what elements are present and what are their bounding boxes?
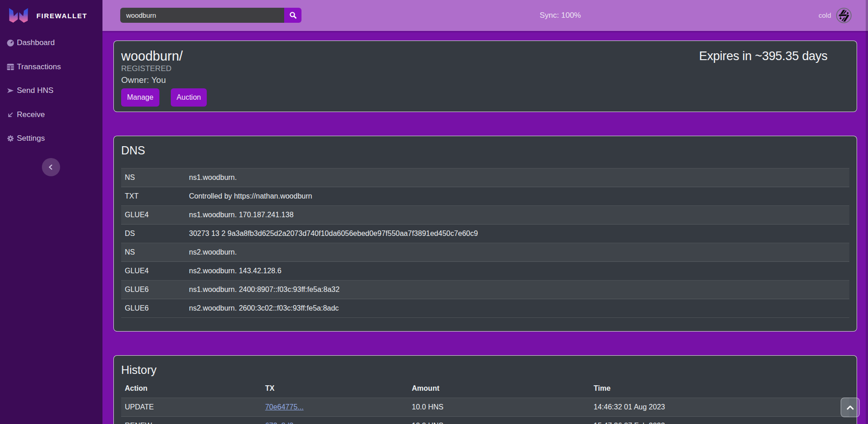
dns-card: DNS NS ns1.woodburn. TXT Controlled by h… bbox=[113, 136, 857, 332]
dns-record-type: GLUE4 bbox=[121, 262, 185, 281]
dns-card-title: DNS bbox=[121, 143, 849, 157]
history-amount: 10.0 HNS bbox=[408, 417, 590, 424]
dns-record-row: NS ns2.woodburn. bbox=[121, 243, 849, 262]
sidebar-nav: Dashboard Transactions Send HNS bbox=[0, 31, 102, 151]
dns-record-type: NS bbox=[121, 243, 185, 262]
history-action: RENEW bbox=[121, 417, 261, 424]
dns-record-value: Controlled by https://nathan.woodburn bbox=[185, 187, 849, 206]
sidebar-item-label: Receive bbox=[17, 110, 45, 119]
dns-record-value: ns2.woodburn. 2600:3c02::f03c:93ff:fe5a:… bbox=[185, 299, 849, 318]
search-group bbox=[120, 8, 301, 23]
dns-record-type: NS bbox=[121, 169, 185, 187]
history-col-action: Action bbox=[121, 379, 261, 398]
scroll-to-top-button[interactable] bbox=[841, 398, 860, 417]
firewallet-logo-icon bbox=[9, 7, 29, 24]
history-col-time: Time bbox=[590, 379, 849, 398]
dns-record-type: DS bbox=[121, 225, 185, 243]
history-card: History Action TX Amount Time UPDATE 70e… bbox=[113, 355, 857, 424]
topbar: Sync: 100% cold bbox=[102, 0, 868, 31]
history-time: 14:46:32 01 Aug 2023 bbox=[590, 398, 849, 417]
dns-record-type: GLUE4 bbox=[121, 206, 185, 225]
domain-expiry: Expires in ~395.35 days bbox=[699, 48, 827, 64]
settings-gear-icon bbox=[7, 135, 14, 143]
sidebar-collapse-button[interactable] bbox=[42, 158, 60, 176]
dns-record-value: ns2.woodburn. bbox=[185, 243, 849, 262]
sidebar-item-label: Send HNS bbox=[17, 86, 53, 95]
search-input[interactable] bbox=[120, 8, 284, 23]
history-header-row: Action TX Amount Time bbox=[121, 379, 849, 398]
dns-record-type: GLUE6 bbox=[121, 299, 185, 318]
history-amount: 10.0 HNS bbox=[408, 398, 590, 417]
search-button[interactable] bbox=[284, 8, 301, 23]
tx-link[interactable]: 672a8d3... bbox=[265, 422, 300, 424]
wallet-avatar[interactable] bbox=[836, 8, 852, 23]
history-col-tx: TX bbox=[261, 379, 408, 398]
tx-link[interactable]: 70e64775... bbox=[265, 403, 304, 411]
send-paper-plane-icon bbox=[7, 87, 14, 95]
brand-name: FIREWALLET bbox=[36, 12, 87, 20]
dns-record-row: NS ns1.woodburn. bbox=[121, 169, 849, 187]
sidebar-item-label: Transactions bbox=[17, 62, 61, 72]
history-action: UPDATE bbox=[121, 398, 261, 417]
sidebar-item-receive[interactable]: Receive bbox=[0, 103, 102, 127]
dns-record-row: GLUE4 ns1.woodburn. 170.187.241.138 bbox=[121, 206, 849, 225]
dns-record-row: GLUE6 ns1.woodburn. 2400:8907::f03c:93ff… bbox=[121, 281, 849, 299]
receive-arrow-icon bbox=[7, 111, 14, 118]
dns-record-row: TXT Controlled by https://nathan.woodbur… bbox=[121, 187, 849, 206]
domain-status: REGISTERED bbox=[121, 64, 849, 73]
history-row: RENEW 672a8d3... 10.0 HNS 15:47:36 07 Fe… bbox=[121, 417, 849, 424]
dns-table: NS ns1.woodburn. TXT Controlled by https… bbox=[121, 168, 849, 318]
sync-status: Sync: 100% bbox=[540, 0, 581, 31]
wallet-name: cold bbox=[818, 0, 831, 31]
dns-record-value: ns2.woodburn. 143.42.128.6 bbox=[185, 262, 849, 281]
sidebar: FIREWALLET Dashboard Tran bbox=[0, 0, 102, 424]
domain-owner: Owner: You bbox=[121, 75, 849, 86]
history-time: 15:47:36 07 Feb 2023 bbox=[590, 417, 849, 424]
auction-button[interactable]: Auction bbox=[171, 88, 207, 107]
sidebar-item-label: Settings bbox=[17, 134, 45, 143]
domain-card: woodburn/ REGISTERED Owner: You Manage A… bbox=[113, 41, 857, 112]
dns-record-value: 30273 13 2 9a3a8fb3d625d2a2073d740f10da6… bbox=[185, 225, 849, 243]
sidebar-item-dashboard[interactable]: Dashboard bbox=[0, 31, 102, 55]
sidebar-item-label: Dashboard bbox=[17, 38, 55, 47]
sidebar-item-transactions[interactable]: Transactions bbox=[0, 55, 102, 79]
chevron-up-icon bbox=[846, 404, 854, 411]
search-magnifier-icon bbox=[289, 11, 297, 19]
sidebar-item-send-hns[interactable]: Send HNS bbox=[0, 79, 102, 103]
transactions-table-icon bbox=[7, 63, 14, 71]
history-card-title: History bbox=[121, 363, 849, 377]
history-col-amount: Amount bbox=[408, 379, 590, 398]
brand[interactable]: FIREWALLET bbox=[0, 0, 102, 31]
main-content: woodburn/ REGISTERED Owner: You Manage A… bbox=[102, 31, 868, 424]
dashboard-gauge-icon bbox=[7, 39, 14, 47]
dns-record-row: DS 30273 13 2 9a3a8fb3d625d2a2073d740f10… bbox=[121, 225, 849, 243]
history-table: Action TX Amount Time UPDATE 70e64775...… bbox=[121, 379, 849, 424]
dns-record-row: GLUE6 ns2.woodburn. 2600:3c02::f03c:93ff… bbox=[121, 299, 849, 318]
manage-button[interactable]: Manage bbox=[121, 88, 159, 107]
dns-record-type: GLUE6 bbox=[121, 281, 185, 299]
page-scrollbar[interactable] bbox=[866, 0, 868, 424]
history-row: UPDATE 70e64775... 10.0 HNS 14:46:32 01 … bbox=[121, 398, 849, 417]
dns-record-value: ns1.woodburn. bbox=[185, 169, 849, 187]
chevron-left-icon bbox=[47, 163, 55, 171]
dns-record-value: ns1.woodburn. 2400:8907::f03c:93ff:fe5a:… bbox=[185, 281, 849, 299]
dns-record-type: TXT bbox=[121, 187, 185, 206]
dns-record-row: GLUE4 ns2.woodburn. 143.42.128.6 bbox=[121, 262, 849, 281]
handshake-logo-icon bbox=[838, 10, 850, 22]
dns-record-value: ns1.woodburn. 170.187.241.138 bbox=[185, 206, 849, 225]
sidebar-item-settings[interactable]: Settings bbox=[0, 127, 102, 151]
